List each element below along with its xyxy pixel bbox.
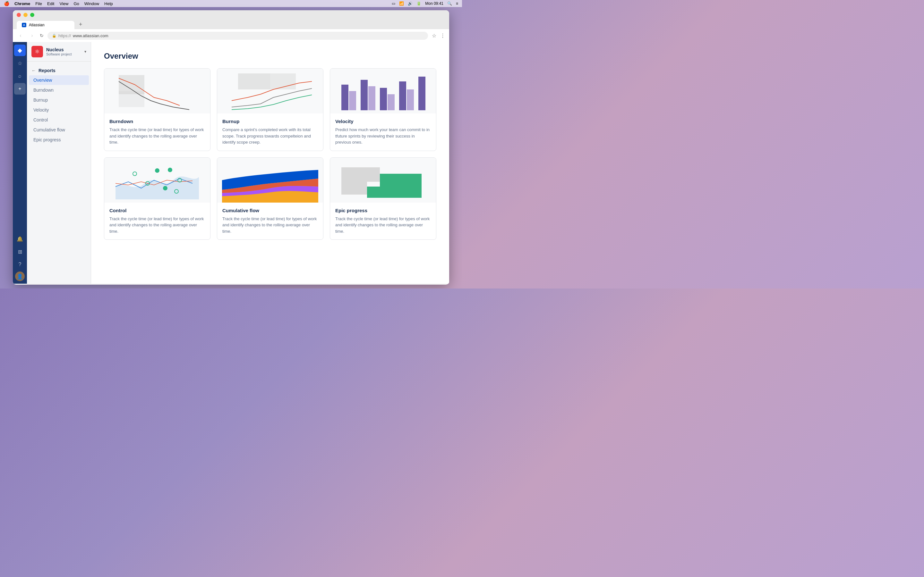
svg-rect-8 [380, 88, 387, 110]
apple-logo-icon[interactable]: 🍎 [4, 1, 9, 6]
burndown-title: Burndown [110, 119, 205, 124]
control-desc: Track the cycle time (or lead time) for … [110, 216, 205, 235]
svg-point-15 [168, 168, 172, 172]
velocity-title: Velocity [335, 119, 431, 124]
sidebar-item-overview[interactable]: Overview [29, 75, 89, 85]
maximize-button[interactable] [30, 13, 34, 17]
browser-chrome: A Atlassian + [13, 10, 449, 29]
rail-bell-icon[interactable]: 🔔 [14, 233, 26, 245]
active-tab[interactable]: A Atlassian [17, 21, 74, 29]
browser-window: A Atlassian + ‹ › ↻ 🔒 https:// www.atlas… [13, 10, 449, 285]
svg-rect-21 [341, 182, 367, 195]
sidebar-item-burnup[interactable]: Burnup [29, 95, 89, 105]
menu-edit[interactable]: Edit [47, 1, 54, 6]
menu-chrome[interactable]: Chrome [15, 1, 30, 6]
menu-help[interactable]: Help [104, 1, 113, 6]
bookmark-icon[interactable]: ☆ [432, 33, 436, 39]
user-avatar[interactable]: 👤 [15, 271, 25, 281]
burndown-desc: Track the cycle time (or lead time) for … [110, 127, 205, 145]
sidebar-back-label: Reports [39, 68, 55, 73]
rail-home-icon[interactable]: ◆ [14, 45, 26, 56]
rail-star-icon[interactable]: ☆ [14, 57, 26, 69]
burnup-title: Burnup [222, 119, 318, 124]
sidebar-item-cumulative-flow[interactable]: Cumulative flow [29, 125, 89, 135]
traffic-lights [17, 13, 445, 17]
cumulative-chart [217, 158, 323, 203]
menu-bar-right: ▭ 📶 🔊 🔋 Mon 09:41 🔍 ≡ [392, 1, 458, 6]
menu-bar-left: 🍎 Chrome File Edit View Go Window Help [4, 1, 113, 6]
airplay-icon: ▭ [392, 1, 395, 6]
app-layout: ◆ ☆ ⌕ + 🔔 ⊞ ? 👤 ⚛ Nucleus Software proje… [13, 42, 449, 284]
back-arrow-icon: ← [31, 68, 36, 73]
epic-progress-title: Epic progress [335, 208, 431, 213]
project-info: Nucleus Software project [46, 47, 81, 56]
rail-grid-icon[interactable]: ⊞ [14, 246, 26, 258]
menu-window[interactable]: Window [84, 1, 99, 6]
lock-icon: 🔒 [52, 34, 57, 38]
sidebar-item-control[interactable]: Control [29, 115, 89, 125]
burnup-chart [217, 69, 323, 113]
burnup-card[interactable]: Burnup Compare a sprint's completed work… [217, 68, 323, 151]
cards-grid: Burndown Track the cycle time (or lead t… [104, 68, 436, 240]
burnup-card-body: Burnup Compare a sprint's completed work… [217, 113, 323, 151]
velocity-chart [330, 69, 436, 113]
cumulative-flow-card-body: Cumulative flow Track the cycle time (or… [217, 203, 323, 240]
control-chart [104, 158, 210, 203]
battery-icon: 🔋 [417, 1, 421, 6]
velocity-card[interactable]: Velocity Predict how much work your team… [330, 68, 436, 151]
rail-help-icon[interactable]: ? [14, 259, 26, 270]
close-button[interactable] [17, 13, 21, 17]
burndown-card[interactable]: Burndown Track the cycle time (or lead t… [104, 68, 210, 151]
control-center-icon[interactable]: ≡ [456, 1, 458, 6]
project-type: Software project [46, 52, 81, 56]
svg-rect-11 [407, 89, 414, 110]
svg-rect-10 [399, 81, 406, 110]
svg-rect-7 [368, 86, 375, 110]
sidebar-item-epic-progress[interactable]: Epic progress [29, 135, 89, 145]
search-menubar-icon[interactable]: 🔍 [447, 1, 452, 6]
forward-nav-button[interactable]: › [28, 33, 36, 39]
clock: Mon 09:41 [425, 1, 443, 6]
rail-plus-icon[interactable]: + [14, 83, 26, 95]
velocity-desc: Predict how much work your team can comm… [335, 127, 431, 145]
control-card-body: Control Track the cycle time (or lead ti… [104, 203, 210, 240]
cumulative-flow-card[interactable]: Cumulative flow Track the cycle time (or… [217, 157, 323, 240]
url-bar[interactable]: 🔒 https:// www.atlassian.com [47, 32, 428, 40]
control-card[interactable]: Control Track the cycle time (or lead ti… [104, 157, 210, 240]
wifi-icon: 📶 [399, 1, 404, 6]
back-nav-button[interactable]: ‹ [17, 33, 24, 39]
burnup-desc: Compare a sprint's completed work with i… [222, 127, 318, 145]
menu-file[interactable]: File [35, 1, 42, 6]
sidebar-back-button[interactable]: ← Reports [27, 66, 91, 75]
refresh-button[interactable]: ↻ [40, 33, 44, 38]
burndown-card-body: Burndown Track the cycle time (or lead t… [104, 113, 210, 151]
icon-rail: ◆ ☆ ⌕ + 🔔 ⊞ ? 👤 [13, 42, 27, 284]
atlassian-favicon: A [22, 23, 26, 27]
menu-view[interactable]: View [59, 1, 68, 6]
sidebar-item-burndown[interactable]: Burndown [29, 85, 89, 95]
epic-progress-desc: Track the cycle time (or lead time) for … [335, 216, 431, 235]
svg-point-18 [163, 186, 168, 190]
svg-rect-9 [388, 94, 395, 110]
svg-rect-20 [341, 167, 380, 182]
more-options-icon[interactable]: ⋮ [440, 33, 445, 39]
velocity-card-body: Velocity Predict how much work your team… [330, 113, 436, 151]
burndown-chart [104, 69, 210, 113]
sidebar-item-velocity[interactable]: Velocity [29, 105, 89, 115]
url-protocol: https:// [58, 33, 71, 38]
page-title: Overview [104, 52, 436, 61]
minimize-button[interactable] [23, 13, 27, 17]
rail-search-icon[interactable]: ⌕ [14, 70, 26, 82]
new-tab-button[interactable]: + [76, 19, 86, 29]
menu-go[interactable]: Go [73, 1, 79, 6]
url-host: www.atlassian.com [73, 33, 108, 38]
control-title: Control [110, 208, 205, 213]
svg-rect-12 [418, 77, 425, 110]
project-menu-chevron[interactable]: ▾ [84, 49, 86, 54]
sidebar: ⚛ Nucleus Software project ▾ ← Reports O… [27, 42, 91, 284]
epic-progress-card[interactable]: Epic progress Track the cycle time (or l… [330, 157, 436, 240]
svg-rect-23 [367, 187, 422, 198]
address-bar: ‹ › ↻ 🔒 https:// www.atlassian.com ☆ ⋮ [13, 29, 449, 42]
svg-rect-2 [238, 73, 270, 89]
svg-rect-5 [349, 91, 356, 110]
